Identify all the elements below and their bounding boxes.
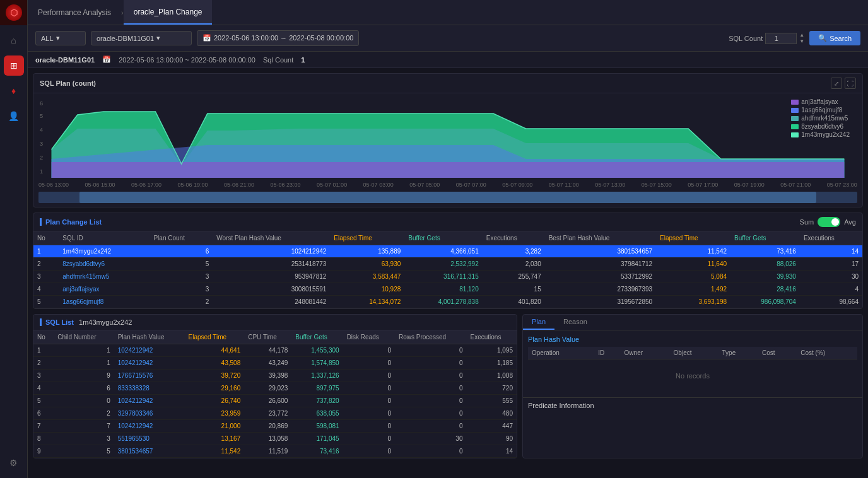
x-axis: 05-06 13:00 05-06 15:00 05-06 17:00 05-0… — [33, 182, 862, 190]
sql-list-title: SQL List — [40, 318, 74, 326]
chart-legend: anj3affajsyax 1asg66qjmujf8 ahdfmrk415mw… — [791, 98, 850, 138]
sl-col-child: Child Number — [54, 330, 114, 344]
date-range-picker[interactable]: 📅 2022-05-06 13:00:00 ～ 2022-05-08 00:00… — [197, 30, 359, 46]
content-area: SQL Plan (count) ⤢ ⛶ 6 5 4 3 2 — [28, 68, 868, 463]
nav-plan-change[interactable]: oracle_Plan Change — [124, 0, 213, 25]
col-no: No — [33, 231, 59, 245]
nav-performance-analysis[interactable]: Performance Analysis — [28, 0, 121, 25]
table-row[interactable]: 1 1m43mygu2x242 6 1024212942 135,889 4,3… — [33, 245, 862, 258]
chart-expand-btn[interactable]: ⤢ — [831, 78, 842, 89]
toggle-switch[interactable] — [818, 217, 840, 227]
group-select[interactable]: ALL ▾ — [35, 31, 86, 45]
chart-area: 6 5 4 3 2 1 — [33, 93, 862, 182]
chart-title: SQL Plan (count) — [40, 79, 96, 87]
chart-section: SQL Plan (count) ⤢ ⛶ 6 5 4 3 2 — [33, 73, 863, 207]
count-down-icon[interactable]: ▼ — [799, 38, 804, 44]
col-sql-id: SQL ID — [59, 231, 150, 245]
list-item[interactable]: 6 2 3297803346 23,959 23,772 638,055 0 0… — [33, 407, 517, 420]
chart-maximize-btn[interactable]: ⛶ — [845, 78, 856, 89]
list-item[interactable]: 9 5 3801534657 11,542 11,519 73,416 0 0 … — [33, 445, 517, 458]
sql-list-tbody: 1 1 1024212942 44,641 44,178 1,455,300 0… — [33, 344, 517, 458]
nav-breadcrumb: Performance Analysis › oracle_Plan Chang… — [28, 0, 212, 25]
list-item[interactable]: 3 9 1766715576 39,720 39,398 1,337,126 0… — [33, 370, 517, 382]
list-item[interactable]: 7 7 1024212942 21,000 20,869 598,081 0 0… — [33, 420, 517, 433]
sidebar-icon-user[interactable]: 👤 — [4, 106, 24, 126]
list-item[interactable]: 8 3 551965530 13,167 13,058 171,045 0 30… — [33, 433, 517, 445]
plan-change-list-title: Plan Change List — [40, 218, 102, 226]
sl-col-elapsed: Elapsed Time — [185, 330, 245, 344]
legend-color-1 — [791, 108, 799, 113]
table-row[interactable]: 3 ahdfmrk415mw5 3 953947812 3,583,447 31… — [33, 271, 862, 283]
instance-select[interactable]: oracle-DBM11G01 ▾ — [91, 31, 192, 45]
legend-item-3: 8zsyabd6dtvy6 — [791, 123, 850, 130]
sl-col-disk: Disk Reads — [343, 330, 395, 344]
col-best-exec: Executions — [800, 231, 862, 245]
svg-text:6: 6 — [40, 100, 43, 107]
search-icon: 🔍 — [818, 34, 827, 42]
svg-text:2: 2 — [40, 154, 43, 161]
plan-table: Operation ID Owner Object Type Cost Cost… — [528, 347, 857, 392]
legend-item-2: ahdfmrk415mw5 — [791, 115, 850, 122]
svg-text:5: 5 — [40, 113, 43, 119]
plan-tabs: Plan Reason — [523, 315, 862, 330]
count-up-icon[interactable]: ▲ — [799, 32, 804, 38]
svg-text:1: 1 — [40, 168, 43, 175]
table-row[interactable]: 4 anj3affajsyax 3 3008015591 10,928 81,1… — [33, 283, 862, 296]
legend-color-3 — [791, 124, 799, 129]
sidebar-icon-grid[interactable]: ⊞ — [4, 55, 24, 76]
svg-text:3: 3 — [40, 141, 43, 147]
legend-label-4: 1m43mygu2x242 — [801, 131, 850, 138]
sidebar-icon-settings[interactable]: ⚙ — [4, 453, 24, 473]
chevron-down-icon: ▾ — [56, 34, 60, 42]
top-nav: ⬡ Performance Analysis › oracle_Plan Cha… — [0, 0, 868, 25]
plan-change-table: No SQL ID Plan Count Worst Plan Hash Val… — [33, 231, 862, 308]
calendar-icon: 📅 — [202, 34, 211, 42]
chart-actions: ⤢ ⛶ — [831, 78, 856, 89]
sidebar: ⌂ ⊞ ♦ 👤 ⚙ — [0, 25, 28, 478]
sl-col-no: No — [33, 330, 54, 344]
sidebar-icon-home[interactable]: ⌂ — [4, 30, 24, 50]
chart-header: SQL Plan (count) ⤢ ⛶ — [33, 74, 862, 93]
table-header-row: No SQL ID Plan Count Worst Plan Hash Val… — [33, 231, 862, 245]
sql-list-header-row: No Child Number Plan Hash Value Elapsed … — [33, 330, 517, 344]
no-records-row: No records — [528, 359, 857, 393]
col-buffer: Buffer Gets — [404, 231, 482, 245]
legend-label-2: ahdfmrk415mw5 — [801, 115, 848, 122]
col-worst-hash: Worst Plan Hash Value — [213, 231, 330, 245]
bottom-split: SQL List 1m43mygu2x242 No Child Number P… — [33, 314, 863, 458]
col-best-hash: Best Plan Hash Value — [545, 231, 656, 245]
sub-header: oracle-DBM11G01 📅 2022-05-06 13:00:00 ~ … — [28, 52, 868, 68]
plan-section: Plan Reason Plan Hash Value Operation ID… — [522, 314, 863, 458]
list-item[interactable]: 2 1 1024212942 43,508 43,249 1,574,850 0… — [33, 357, 517, 370]
table-row[interactable]: 2 8zsyabd6dtvy6 5 2531418773 63,930 2,53… — [33, 258, 862, 271]
list-item[interactable]: 1 1 1024212942 44,641 44,178 1,455,300 0… — [33, 344, 517, 357]
timeline-slider[interactable] — [38, 192, 857, 203]
plan-table-header: Operation ID Owner Object Type Cost Cost… — [528, 347, 857, 359]
sidebar-icon-diamond[interactable]: ♦ — [4, 81, 24, 101]
legend-item-0: anj3affajsyax — [791, 98, 850, 105]
main-content: ALL ▾ oracle-DBM11G01 ▾ 📅 2022-05-06 13:… — [28, 25, 868, 478]
timeline-handle — [79, 192, 816, 203]
plan-col-id: ID — [594, 347, 620, 359]
avg-label: Avg — [844, 218, 856, 226]
logo-area: ⬡ — [0, 0, 28, 25]
predicate-information-title: Predicate Information — [523, 397, 862, 413]
svg-text:4: 4 — [40, 127, 43, 133]
tab-plan[interactable]: Plan — [523, 315, 554, 330]
search-button[interactable]: 🔍 Search — [809, 31, 860, 45]
plan-col-owner: Owner — [621, 347, 670, 359]
legend-item-4: 1m43mygu2x242 — [791, 131, 850, 138]
plan-content: Plan Hash Value Operation ID Owner Objec… — [523, 330, 862, 397]
sl-col-exec: Executions — [466, 330, 517, 344]
tab-reason[interactable]: Reason — [554, 315, 596, 330]
sl-col-cpu: CPU Time — [244, 330, 291, 344]
plan-hash-title: Plan Hash Value — [528, 335, 857, 343]
chevron-down-icon2: ▾ — [156, 34, 160, 42]
table-row[interactable]: 5 1asg66qjmujf8 2 248081442 14,134,072 4… — [33, 296, 862, 308]
sql-count-input[interactable] — [765, 33, 797, 44]
list-item[interactable]: 5 0 1024212942 26,740 26,600 737,820 0 0… — [33, 395, 517, 407]
sum-avg-toggle: Sum Avg — [800, 217, 856, 227]
legend-color-0 — [791, 100, 799, 105]
plan-col-cost: Cost — [758, 347, 797, 359]
list-item[interactable]: 4 6 833338328 29,160 29,023 897,975 0 0 … — [33, 382, 517, 395]
